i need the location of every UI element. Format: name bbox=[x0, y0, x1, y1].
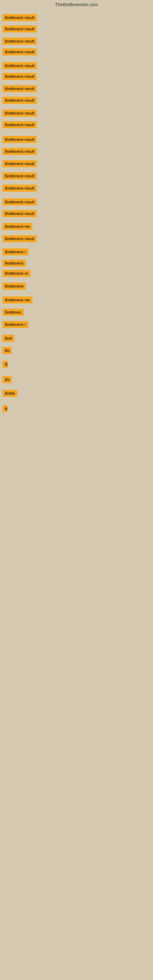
bottleneck-label[interactable]: Bottleneck result bbox=[2, 172, 37, 180]
bottleneck-item: Bottleneck res bbox=[2, 296, 32, 305]
bottleneck-item: Bo bbox=[2, 347, 12, 355]
bottleneck-item: Bottleneck result bbox=[2, 148, 37, 156]
bottleneck-label[interactable]: Bottleneck re bbox=[2, 270, 30, 277]
bottleneck-label[interactable]: Bottleneck result bbox=[2, 85, 37, 92]
bottleneck-label[interactable]: Bottleneck result bbox=[2, 62, 37, 69]
bottleneck-label[interactable]: Bottleneck result bbox=[2, 185, 37, 192]
bottleneck-label[interactable]: Bottleneck result bbox=[2, 110, 37, 117]
bottleneck-item: Bottlenec bbox=[2, 309, 24, 317]
bottleneck-label[interactable]: B bbox=[2, 405, 7, 412]
bottleneck-label[interactable]: Bottleneck result bbox=[2, 121, 37, 128]
page-wrapper: TheBottlenecker.com Bottleneck resultBot… bbox=[0, 0, 153, 980]
bottleneck-item: Bottleneck result bbox=[2, 97, 37, 105]
bottleneck-label[interactable]: Bottleneck result bbox=[2, 97, 37, 104]
bottleneck-label[interactable]: Bottleneck res bbox=[2, 296, 32, 304]
bottleneck-item: Bottleneck result bbox=[2, 48, 37, 57]
bottleneck-item: B bbox=[2, 405, 7, 414]
site-title: TheBottlenecker.com bbox=[55, 2, 98, 7]
bottleneck-item: Bottleneck result bbox=[2, 38, 37, 46]
bottleneck-item: Bottleneck result bbox=[2, 85, 37, 94]
bottleneck-label[interactable]: Bottleneck result bbox=[2, 160, 37, 167]
bottleneck-item: Bottleneck result bbox=[2, 14, 37, 22]
bottleneck-item: Bottleneck re bbox=[2, 270, 30, 278]
bottleneck-label[interactable]: Bottleneck result bbox=[2, 25, 37, 32]
bottleneck-label[interactable]: Bottle bbox=[2, 390, 18, 397]
bottleneck-label[interactable]: Bottleneck result bbox=[2, 199, 37, 205]
bottleneck-item: Bottleneck result bbox=[2, 121, 37, 130]
bottleneck-label[interactable]: Bo bbox=[2, 376, 12, 383]
bottleneck-item: Bottleneck result bbox=[2, 73, 37, 81]
bottleneck-label[interactable]: B bbox=[2, 361, 8, 368]
bottleneck-label[interactable]: Bottleneck bbox=[2, 283, 26, 290]
site-header: TheBottlenecker.com bbox=[0, 0, 153, 9]
bottleneck-item: Bottleneck result bbox=[2, 210, 37, 218]
bottleneck-label[interactable]: Bottleneck result bbox=[2, 235, 37, 242]
bottleneck-label[interactable]: Bottleneck result bbox=[2, 148, 37, 155]
bottleneck-label[interactable]: Bottleneck res bbox=[2, 223, 32, 230]
bottleneck-item: Bottleneck result bbox=[2, 25, 37, 34]
bottleneck-item: Bottleneck result bbox=[2, 62, 37, 70]
bottleneck-item: Bo bbox=[2, 376, 12, 384]
bottleneck-label[interactable]: Bottleneck bbox=[2, 260, 26, 267]
bottleneck-item: Bottleneck result bbox=[2, 235, 37, 243]
bottleneck-list: Bottleneck resultBottleneck resultBottle… bbox=[0, 9, 153, 973]
bottleneck-item: Bottleneck bbox=[2, 260, 26, 268]
bottleneck-label[interactable]: Bott bbox=[2, 335, 14, 342]
bottleneck-label[interactable]: Bottleneck result bbox=[2, 14, 37, 21]
bottleneck-label[interactable]: Bottleneck result bbox=[2, 48, 37, 56]
bottleneck-item: Bottle bbox=[2, 390, 18, 398]
bottleneck-label[interactable]: Bottleneck result bbox=[2, 73, 37, 80]
bottleneck-item: Bottleneck result bbox=[2, 172, 37, 181]
bottleneck-label[interactable]: Bottleneck r bbox=[2, 248, 29, 255]
bottleneck-label[interactable]: Bo bbox=[2, 347, 12, 354]
bottleneck-item: B bbox=[2, 361, 8, 369]
bottleneck-item: Bottleneck r bbox=[2, 321, 29, 329]
bottleneck-item: Bottleneck bbox=[2, 283, 26, 291]
bottleneck-label[interactable]: Bottleneck result bbox=[2, 136, 37, 143]
bottleneck-item: Bottleneck result bbox=[2, 160, 37, 169]
bottleneck-item: Bottleneck result bbox=[2, 199, 37, 207]
bottleneck-label[interactable]: Bottleneck result bbox=[2, 210, 37, 217]
bottleneck-label[interactable]: Bottleneck result bbox=[2, 38, 37, 45]
bottleneck-item: Bottleneck result bbox=[2, 110, 37, 118]
bottleneck-item: Bottleneck result bbox=[2, 185, 37, 193]
bottleneck-label[interactable]: Bottlenec bbox=[2, 309, 24, 316]
bottleneck-label[interactable]: Bottleneck r bbox=[2, 321, 29, 328]
bottleneck-item: Bott bbox=[2, 335, 14, 343]
bottleneck-item: Bottleneck res bbox=[2, 223, 32, 231]
bottleneck-item: Bottleneck r bbox=[2, 248, 29, 257]
bottleneck-item: Bottleneck result bbox=[2, 136, 37, 144]
